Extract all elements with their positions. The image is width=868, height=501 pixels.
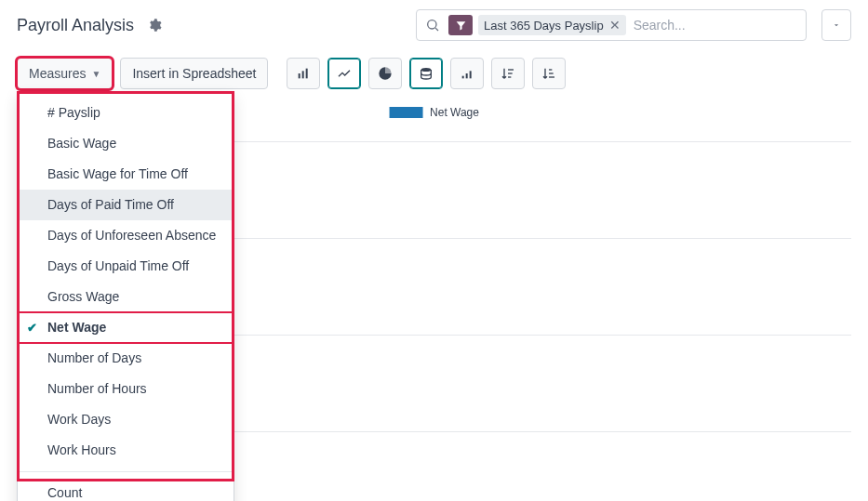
measure-item-number-hours[interactable]: Number of Hours: [18, 374, 234, 404]
measure-item-net-wage[interactable]: ✔ Net Wage: [18, 312, 234, 343]
search-icon: [417, 18, 448, 33]
measure-item-work-days[interactable]: Work Days: [18, 404, 234, 435]
search-box[interactable]: Last 365 Days Payslip ✕: [416, 9, 807, 41]
svg-rect-7: [466, 73, 468, 78]
gear-icon[interactable]: [147, 18, 162, 33]
svg-rect-8: [470, 71, 472, 78]
filter-icon[interactable]: [448, 15, 473, 35]
insert-spreadsheet-label: Insert in Spreadsheet: [132, 66, 256, 81]
sort-asc-button[interactable]: [532, 58, 566, 89]
svg-line-1: [435, 28, 438, 31]
measure-item-basic-wage-timeoff[interactable]: Basic Wage for Time Off: [18, 159, 234, 190]
measure-item-count[interactable]: Count: [18, 478, 234, 501]
svg-rect-2: [299, 73, 300, 78]
svg-rect-6: [462, 76, 464, 79]
measure-item-payslip[interactable]: # Payslip: [18, 98, 234, 128]
measure-item-number-days[interactable]: Number of Days: [18, 343, 234, 374]
measure-item-gross-wage[interactable]: Gross Wage: [18, 282, 234, 312]
svg-rect-3: [302, 71, 304, 78]
measure-item-days-paid-timeoff[interactable]: Days of Paid Time Off: [18, 190, 234, 220]
page-title: Payroll Analysis: [17, 16, 134, 35]
measures-label: Measures: [29, 66, 86, 81]
header: Payroll Analysis Last 365 Days Payslip ✕: [0, 0, 868, 58]
svg-point-5: [421, 68, 432, 72]
measure-item-days-unpaid-timeoff[interactable]: Days of Unpaid Time Off: [18, 251, 234, 282]
filter-chip-label: Last 365 Days Payslip: [484, 19, 604, 33]
sort-desc-button[interactable]: [491, 58, 525, 89]
insert-spreadsheet-button[interactable]: Insert in Spreadsheet: [120, 58, 268, 89]
line-chart-button[interactable]: [327, 58, 361, 89]
legend-label: Net Wage: [430, 106, 479, 119]
bar-chart-button[interactable]: [287, 58, 320, 89]
legend-swatch: [389, 107, 422, 118]
measures-dropdown: # Payslip Basic Wage Basic Wage for Time…: [17, 91, 234, 501]
measures-button[interactable]: Measures ▼: [17, 58, 113, 89]
dropdown-separator: [18, 471, 234, 472]
ascending-button[interactable]: [450, 58, 484, 89]
svg-rect-4: [306, 69, 308, 79]
chart-legend: Net Wage: [389, 106, 479, 119]
measure-item-days-unforeseen[interactable]: Days of Unforeseen Absence: [18, 220, 234, 251]
chevron-down-icon: ▼: [91, 69, 100, 79]
pie-chart-button[interactable]: [368, 58, 402, 89]
filter-chip[interactable]: Last 365 Days Payslip ✕: [478, 15, 626, 35]
check-icon: ✔: [27, 319, 37, 337]
stacked-button[interactable]: [409, 58, 443, 89]
search-options-button[interactable]: [821, 9, 851, 41]
search-input[interactable]: [634, 18, 806, 33]
measure-item-work-hours[interactable]: Work Hours: [18, 435, 234, 466]
close-icon[interactable]: ✕: [609, 18, 621, 33]
svg-point-0: [428, 20, 436, 29]
measure-item-basic-wage[interactable]: Basic Wage: [18, 128, 234, 159]
